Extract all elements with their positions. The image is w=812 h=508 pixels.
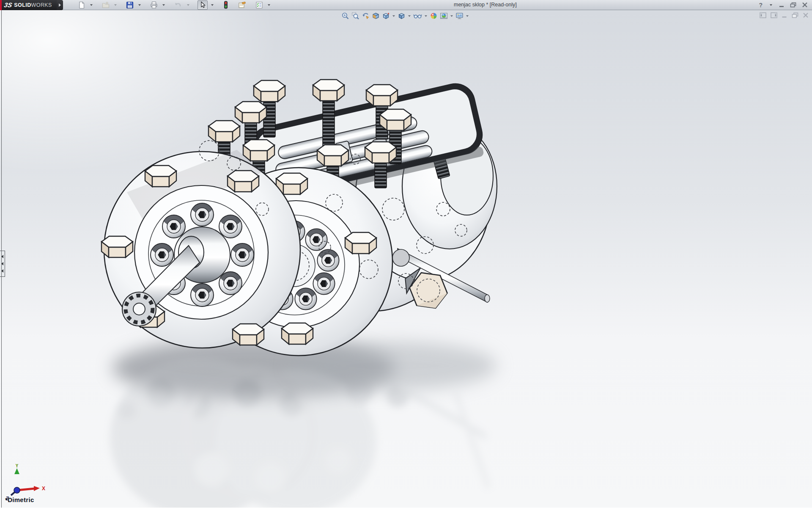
apply-scene-icon (440, 12, 448, 20)
restore-button[interactable] (790, 2, 796, 8)
view-orientation-button[interactable] (381, 11, 390, 20)
close-button[interactable] (802, 2, 808, 8)
model-3d-view[interactable] (0, 10, 812, 508)
previous-view-button[interactable] (361, 11, 370, 20)
help-button[interactable]: ? (759, 2, 763, 8)
open-document-button[interactable] (101, 0, 111, 10)
graphics-area[interactable]: Y X Z *Dimetric (0, 10, 812, 508)
options-checklist-dropdown[interactable] (268, 4, 270, 6)
close-document-button[interactable] (803, 12, 809, 18)
print-button[interactable] (149, 0, 159, 10)
select-cursor-icon (199, 1, 206, 9)
open-folder-icon (102, 1, 110, 9)
document-title: menjac sklop * [Read-only] (454, 2, 517, 8)
new-document-icon (78, 1, 85, 9)
display-style-icon (398, 12, 406, 20)
x-axis-arrow (34, 486, 40, 491)
print-dropdown[interactable] (162, 4, 165, 6)
logo-red-stripe (0, 0, 2, 10)
select-tool-button[interactable] (198, 0, 208, 10)
heads-up-toolbar (341, 11, 469, 20)
app-name-light: WORKS (31, 2, 52, 8)
hide-show-items-dropdown[interactable] (425, 15, 427, 17)
document-window-controls (760, 12, 809, 18)
main-toolbar (77, 0, 272, 10)
zoom-to-fit-button[interactable] (341, 11, 350, 20)
appearance-ball-icon (430, 12, 438, 20)
display-style-button[interactable] (397, 11, 406, 20)
view-orientation-label: *Dimetric (5, 496, 34, 503)
view-settings-button[interactable] (455, 11, 464, 20)
view-settings-dropdown[interactable] (466, 15, 469, 17)
save-dropdown[interactable] (138, 4, 141, 6)
apply-scene-button[interactable] (439, 11, 448, 20)
view-orientation-dropdown[interactable] (392, 15, 395, 17)
minimize-button[interactable] (779, 3, 785, 8)
menu-flyout-arrow[interactable] (57, 0, 63, 10)
pane-expand-right-button[interactable] (771, 12, 777, 18)
undo-dropdown[interactable] (187, 4, 189, 6)
window-border (1, 10, 2, 508)
undo-arrow-icon (174, 1, 182, 9)
y-axis-label: Y (15, 464, 19, 469)
view-settings-icon (455, 12, 464, 20)
solidworks-logo: 3S SOLIDWORKS (0, 0, 57, 10)
pane-collapse-left-button[interactable] (760, 12, 766, 18)
solidworks-logo-glyph: 3S (3, 1, 13, 8)
traffic-light-button[interactable] (222, 0, 230, 10)
hide-show-items-button[interactable] (413, 11, 422, 20)
new-document-button[interactable] (77, 0, 87, 10)
select-tool-dropdown[interactable] (211, 4, 214, 6)
apply-scene-dropdown[interactable] (450, 15, 453, 17)
window-controls: ? (759, 2, 812, 8)
printer-icon (150, 1, 158, 9)
y-axis-arrow (14, 468, 19, 474)
new-document-dropdown[interactable] (90, 4, 93, 6)
save-floppy-icon (126, 1, 134, 9)
view-orientation-icon (382, 12, 390, 20)
app-name-bold: SOLID (14, 2, 31, 8)
panel-expand-tab[interactable] (0, 251, 5, 277)
edit-note-icon (238, 1, 246, 9)
options-checklist-button[interactable] (254, 0, 264, 10)
display-style-dropdown[interactable] (408, 15, 411, 17)
restore-document-button[interactable] (792, 12, 798, 18)
edit-note-button[interactable] (237, 0, 247, 10)
minimize-document-button[interactable] (782, 12, 787, 18)
undo-button[interactable] (173, 0, 184, 10)
edit-appearance-button[interactable] (429, 11, 438, 20)
options-checklist-icon (255, 1, 263, 9)
zoom-to-area-button[interactable] (351, 11, 360, 20)
traffic-light-icon (223, 1, 229, 9)
section-view-icon (372, 12, 380, 20)
z-axis-ball (14, 487, 20, 493)
x-axis-label: X (42, 486, 45, 491)
open-document-dropdown[interactable] (114, 4, 117, 6)
titlebar: 3S SOLIDWORKS (0, 0, 812, 10)
zoom-to-fit-icon (341, 12, 349, 20)
help-dropdown[interactable] (770, 4, 772, 6)
previous-view-icon (362, 12, 370, 20)
eyeglasses-icon (413, 12, 422, 20)
zoom-to-area-icon (351, 12, 359, 20)
save-button[interactable] (125, 0, 135, 10)
section-view-button[interactable] (371, 11, 380, 20)
